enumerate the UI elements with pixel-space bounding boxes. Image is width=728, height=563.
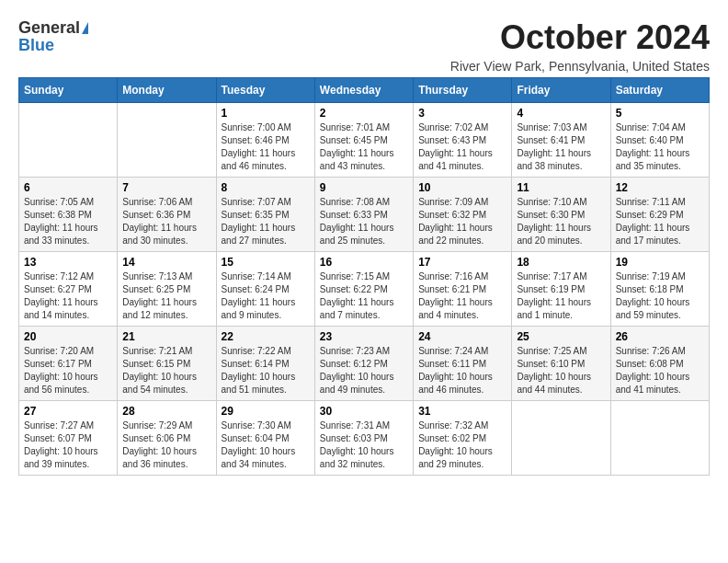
day-number: 23 (320, 330, 408, 343)
day-info: Sunrise: 7:17 AM Sunset: 6:19 PM Dayligh… (517, 270, 605, 322)
sunset-text: Sunset: 6:25 PM (122, 284, 190, 294)
sunset-text: Sunset: 6:46 PM (222, 135, 290, 145)
day-number: 22 (222, 330, 310, 343)
day-number: 24 (418, 330, 506, 343)
header-tuesday: Tuesday (216, 78, 314, 103)
table-row: 22 Sunrise: 7:22 AM Sunset: 6:14 PM Dayl… (216, 327, 314, 401)
sunset-text: Sunset: 6:43 PM (418, 135, 486, 145)
sunset-text: Sunset: 6:18 PM (616, 284, 684, 294)
day-info: Sunrise: 7:08 AM Sunset: 6:33 PM Dayligh… (320, 196, 408, 247)
day-number: 19 (616, 256, 704, 269)
location-title: River View Park, Pennsylvania, United St… (450, 59, 710, 74)
sunset-text: Sunset: 6:22 PM (320, 284, 388, 294)
daylight-text: Daylight: 10 hours and 44 minutes. (517, 372, 591, 395)
day-info: Sunrise: 7:29 AM Sunset: 6:06 PM Dayligh… (122, 419, 210, 471)
logo-triangle-icon (82, 22, 88, 34)
day-info: Sunrise: 7:14 AM Sunset: 6:24 PM Dayligh… (222, 270, 310, 322)
header-monday: Monday (118, 78, 216, 103)
sunrise-text: Sunrise: 7:00 AM (222, 122, 291, 132)
day-number: 13 (24, 256, 112, 269)
day-info: Sunrise: 7:06 AM Sunset: 6:36 PM Dayligh… (122, 196, 210, 247)
table-row: 10 Sunrise: 7:09 AM Sunset: 6:32 PM Dayl… (414, 178, 512, 252)
table-row: 18 Sunrise: 7:17 AM Sunset: 6:19 PM Dayl… (512, 252, 610, 327)
day-number: 11 (517, 181, 605, 194)
logo-general: General (18, 18, 80, 38)
sunrise-text: Sunrise: 7:23 AM (320, 346, 390, 356)
month-title: October 2024 (450, 18, 710, 57)
table-row: 25 Sunrise: 7:25 AM Sunset: 6:10 PM Dayl… (512, 327, 610, 401)
daylight-text: Daylight: 11 hours and 1 minute. (517, 297, 591, 320)
sunrise-text: Sunrise: 7:21 AM (122, 346, 192, 356)
sunrise-text: Sunrise: 7:07 AM (222, 197, 291, 207)
day-number: 5 (616, 107, 704, 120)
daylight-text: Daylight: 11 hours and 33 minutes. (24, 223, 98, 246)
day-number: 6 (24, 181, 112, 194)
sunrise-text: Sunrise: 7:17 AM (517, 271, 586, 282)
table-row: 28 Sunrise: 7:29 AM Sunset: 6:06 PM Dayl… (118, 401, 216, 476)
day-info: Sunrise: 7:12 AM Sunset: 6:27 PM Dayligh… (24, 270, 112, 322)
day-info: Sunrise: 7:19 AM Sunset: 6:18 PM Dayligh… (616, 270, 704, 322)
sunrise-text: Sunrise: 7:02 AM (418, 122, 488, 132)
sunset-text: Sunset: 6:03 PM (320, 433, 388, 443)
daylight-text: Daylight: 10 hours and 29 minutes. (418, 446, 493, 469)
day-info: Sunrise: 7:05 AM Sunset: 6:38 PM Dayligh… (24, 196, 112, 247)
table-row: 4 Sunrise: 7:03 AM Sunset: 6:41 PM Dayli… (512, 103, 610, 178)
sunset-text: Sunset: 6:08 PM (616, 359, 684, 369)
table-row (19, 103, 118, 178)
sunrise-text: Sunrise: 7:24 AM (418, 346, 488, 356)
daylight-text: Daylight: 11 hours and 20 minutes. (517, 223, 591, 246)
day-number: 1 (222, 107, 310, 120)
daylight-text: Daylight: 11 hours and 7 minutes. (320, 297, 394, 320)
day-info: Sunrise: 7:30 AM Sunset: 6:04 PM Dayligh… (222, 419, 310, 471)
sunrise-text: Sunrise: 7:31 AM (320, 420, 390, 431)
daylight-text: Daylight: 10 hours and 56 minutes. (24, 372, 98, 395)
daylight-text: Daylight: 10 hours and 49 minutes. (320, 372, 394, 395)
sunset-text: Sunset: 6:12 PM (320, 359, 388, 369)
sunset-text: Sunset: 6:27 PM (24, 284, 92, 294)
table-row: 1 Sunrise: 7:00 AM Sunset: 6:46 PM Dayli… (216, 103, 314, 178)
day-info: Sunrise: 7:21 AM Sunset: 6:15 PM Dayligh… (122, 345, 210, 396)
sunrise-text: Sunrise: 7:29 AM (122, 420, 192, 431)
table-row: 29 Sunrise: 7:30 AM Sunset: 6:04 PM Dayl… (216, 401, 314, 476)
daylight-text: Daylight: 11 hours and 17 minutes. (616, 223, 690, 246)
calendar-week-row: 27 Sunrise: 7:27 AM Sunset: 6:07 PM Dayl… (19, 401, 710, 476)
day-number: 4 (517, 107, 605, 120)
sunrise-text: Sunrise: 7:22 AM (222, 346, 291, 356)
daylight-text: Daylight: 11 hours and 35 minutes. (616, 148, 690, 171)
header: General Blue October 2024 River View Par… (18, 18, 710, 74)
title-area: October 2024 River View Park, Pennsylvan… (450, 18, 710, 74)
sunset-text: Sunset: 6:19 PM (517, 284, 585, 294)
sunset-text: Sunset: 6:36 PM (122, 210, 190, 220)
sunrise-text: Sunrise: 7:12 AM (24, 271, 94, 282)
sunset-text: Sunset: 6:45 PM (320, 135, 388, 145)
table-row: 7 Sunrise: 7:06 AM Sunset: 6:36 PM Dayli… (118, 178, 216, 252)
header-friday: Friday (512, 78, 610, 103)
daylight-text: Daylight: 10 hours and 51 minutes. (222, 372, 296, 395)
daylight-text: Daylight: 11 hours and 12 minutes. (122, 297, 197, 320)
sunrise-text: Sunrise: 7:06 AM (122, 197, 192, 207)
calendar-week-row: 13 Sunrise: 7:12 AM Sunset: 6:27 PM Dayl… (19, 252, 710, 327)
sunset-text: Sunset: 6:35 PM (222, 210, 290, 220)
calendar-week-row: 6 Sunrise: 7:05 AM Sunset: 6:38 PM Dayli… (19, 178, 710, 252)
table-row: 3 Sunrise: 7:02 AM Sunset: 6:43 PM Dayli… (414, 103, 512, 178)
table-row: 12 Sunrise: 7:11 AM Sunset: 6:29 PM Dayl… (610, 178, 709, 252)
table-row: 15 Sunrise: 7:14 AM Sunset: 6:24 PM Dayl… (216, 252, 314, 327)
table-row: 13 Sunrise: 7:12 AM Sunset: 6:27 PM Dayl… (19, 252, 118, 327)
day-info: Sunrise: 7:26 AM Sunset: 6:08 PM Dayligh… (616, 345, 704, 396)
header-saturday: Saturday (610, 78, 709, 103)
daylight-text: Daylight: 11 hours and 46 minutes. (222, 148, 296, 171)
sunset-text: Sunset: 6:17 PM (24, 359, 92, 369)
table-row: 30 Sunrise: 7:31 AM Sunset: 6:03 PM Dayl… (314, 401, 413, 476)
daylight-text: Daylight: 10 hours and 46 minutes. (418, 372, 493, 395)
sunrise-text: Sunrise: 7:08 AM (320, 197, 390, 207)
calendar-week-row: 1 Sunrise: 7:00 AM Sunset: 6:46 PM Dayli… (19, 103, 710, 178)
day-info: Sunrise: 7:24 AM Sunset: 6:11 PM Dayligh… (418, 345, 506, 396)
sunset-text: Sunset: 6:38 PM (24, 210, 92, 220)
header-sunday: Sunday (19, 78, 118, 103)
sunrise-text: Sunrise: 7:14 AM (222, 271, 291, 282)
day-number: 2 (320, 107, 408, 120)
sunset-text: Sunset: 6:29 PM (616, 210, 684, 220)
day-info: Sunrise: 7:15 AM Sunset: 6:22 PM Dayligh… (320, 270, 408, 322)
table-row: 23 Sunrise: 7:23 AM Sunset: 6:12 PM Dayl… (314, 327, 413, 401)
table-row: 5 Sunrise: 7:04 AM Sunset: 6:40 PM Dayli… (610, 103, 709, 178)
